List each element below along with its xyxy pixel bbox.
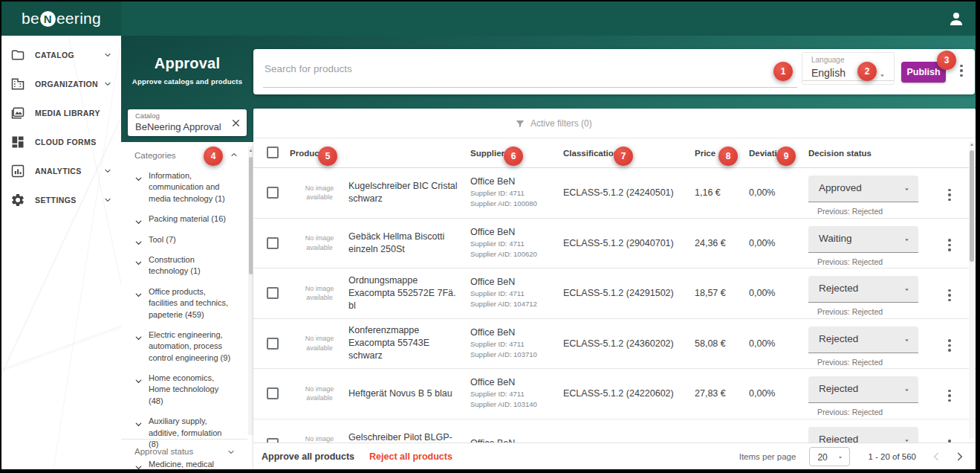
deviation-cell: 0,00% — [749, 268, 794, 318]
chevron-down-icon[interactable] — [134, 332, 143, 340]
supplier-name: Office BeN — [470, 377, 561, 387]
categories-header: Categories — [121, 142, 253, 163]
category-item[interactable]: Construction technology (1) — [121, 250, 253, 282]
column-header-decision-status[interactable]: Decision status — [808, 138, 872, 168]
chevron-down-icon[interactable] — [134, 216, 143, 224]
column-header-product[interactable]: Product — [290, 138, 322, 168]
search-input[interactable] — [263, 57, 783, 80]
decision-status-value: Approved — [819, 182, 862, 193]
row-kebab-menu-icon[interactable] — [944, 288, 955, 303]
product-name[interactable]: Gebäck Hellma Biscotti einzeln 250St — [348, 219, 464, 268]
column-header-classification[interactable]: Classification — [563, 138, 619, 168]
row-kebab-menu-icon[interactable] — [944, 388, 955, 403]
no-image-placeholder: No image available — [294, 268, 345, 318]
row-kebab-menu-icon[interactable] — [944, 338, 955, 353]
chevron-down-icon[interactable] — [134, 418, 143, 426]
chevron-down-icon[interactable] — [134, 257, 143, 265]
decision-status-value: Rejected — [819, 283, 858, 294]
scrollbar-thumb[interactable] — [249, 157, 253, 274]
sidebar-item[interactable]: ORGANIZATION — [1, 69, 121, 98]
product-name[interactable]: Kugelschreiber BIC Cristal schwarz — [348, 168, 464, 218]
chevron-up-icon[interactable] — [230, 149, 238, 158]
table-scrollbar[interactable]: ▲ — [969, 141, 975, 439]
sidebar-item[interactable]: MEDIA LIBRARY — [1, 98, 121, 127]
active-filters-label: Active filters (0) — [530, 118, 592, 129]
toolbar-kebab-menu-icon[interactable] — [956, 63, 967, 78]
user-account-icon[interactable] — [947, 10, 965, 28]
decision-status-select[interactable]: Waiting — [808, 226, 918, 253]
callout-badge-7: 7 — [614, 147, 633, 166]
category-item[interactable]: Information, communication and media tec… — [121, 166, 253, 209]
row-kebab-menu-icon[interactable] — [944, 238, 955, 253]
scroll-up-arrow-icon[interactable]: ▲ — [248, 148, 253, 152]
callout-badge-1: 1 — [773, 62, 793, 81]
classification-cell: ECLASS-5.1.2 (29040701) — [563, 219, 697, 268]
next-page-icon[interactable] — [953, 450, 967, 463]
product-name[interactable]: Konferenzmappe Exacompta 55743E schwarz — [348, 319, 464, 369]
no-image-placeholder: No image available — [294, 168, 345, 218]
supplier-cell: Office BeN Supplier ID: 4711 Supplier AI… — [470, 319, 561, 369]
column-header-price[interactable]: Price — [695, 138, 715, 168]
previous-page-icon[interactable] — [929, 450, 943, 463]
row-checkbox[interactable] — [267, 287, 279, 299]
language-underline — [802, 80, 894, 81]
category-label: Information, communication and media tec… — [149, 170, 231, 205]
chevron-down-icon[interactable] — [134, 236, 143, 245]
decision-status-value: Rejected — [819, 383, 858, 394]
chevron-down-icon — [103, 51, 112, 59]
scrollbar-thumb[interactable] — [970, 150, 974, 262]
decision-status-select[interactable]: Rejected — [808, 276, 918, 303]
app-logo: beNeering — [22, 10, 101, 28]
row-checkbox[interactable] — [267, 338, 279, 350]
sidebar-item[interactable]: CLOUD FORMS — [1, 127, 121, 156]
decision-status-select[interactable]: Rejected — [808, 326, 918, 353]
previous-status-label: Previous: Rejected — [817, 207, 918, 216]
product-name[interactable]: Heftgerät Novus B 5 blau — [348, 369, 464, 419]
approve-all-button[interactable]: Approve all products — [262, 451, 354, 462]
classification-cell: ECLASS-5.1.2 (24360202) — [563, 319, 697, 369]
close-icon[interactable] — [231, 118, 241, 127]
reject-all-button[interactable]: Reject all products — [369, 451, 452, 462]
price-cell: 27,83 € — [695, 369, 741, 419]
active-filters-toggle[interactable]: Active filters (0) — [515, 109, 592, 138]
column-header-supplier[interactable]: Supplier — [470, 138, 504, 168]
chevron-down-icon[interactable] — [134, 375, 143, 383]
supplier-cell: Office BeN Supplier ID: 4711 Supplier AI… — [470, 168, 561, 218]
row-checkbox[interactable] — [267, 387, 279, 399]
language-select[interactable]: Language English — [802, 52, 895, 85]
scroll-up-arrow-icon[interactable]: ▲ — [969, 142, 975, 147]
supplier-aid: Supplier AID: 100620 — [470, 249, 561, 260]
chevron-down-icon — [878, 69, 886, 77]
supplier-cell: Office BeN Supplier ID: 4711 Supplier AI… — [470, 268, 561, 318]
language-label: Language — [811, 56, 845, 64]
select-all-checkbox[interactable] — [267, 147, 279, 158]
approval-status-section[interactable]: Approval status — [121, 439, 247, 464]
products-table-card: Active filters (0) Product Supplier Clas… — [253, 109, 976, 469]
row-checkbox[interactable] — [267, 187, 279, 199]
previous-status-label: Previous: Rejected — [817, 307, 918, 316]
category-item[interactable]: Office products, facilities and technics… — [121, 282, 253, 325]
supplier-id: Supplier ID: 4711 — [470, 239, 561, 249]
chevron-down-icon — [903, 236, 911, 244]
deviation-cell: 0,00% — [749, 168, 794, 218]
chevron-down-icon[interactable] — [134, 289, 143, 297]
product-name[interactable]: Ordnungsmappe Exacompta 552572E 7Fä. bl — [348, 268, 464, 318]
category-item[interactable]: Tool (7) — [121, 230, 253, 250]
row-checkbox[interactable] — [267, 237, 279, 249]
sidebar-item[interactable]: ANALYTICS — [1, 156, 121, 185]
sidebar-item[interactable]: CATALOG — [1, 40, 121, 69]
decision-status-select[interactable]: Approved — [808, 176, 918, 202]
chevron-down-icon[interactable] — [134, 173, 143, 181]
sidebar-item[interactable]: SETTINGS — [1, 185, 121, 214]
decision-status-select[interactable]: Rejected — [808, 376, 918, 403]
row-kebab-menu-icon[interactable] — [944, 187, 955, 202]
categories-scrollbar[interactable]: ▲ — [248, 147, 253, 435]
sidebar-item-label: CLOUD FORMS — [35, 138, 97, 147]
supplier-aid: Supplier AID: 100080 — [470, 199, 561, 209]
cloud-forms-icon — [10, 135, 25, 149]
catalog-filter-chip[interactable]: Catalog BeNeering Approval — [128, 109, 247, 136]
category-item[interactable]: Electric engineering, automation, proces… — [121, 325, 253, 368]
category-item[interactable]: Packing material (16) — [121, 209, 253, 229]
items-per-page-select[interactable]: 20 — [809, 447, 850, 466]
category-item[interactable]: Home economics, Home technolology (48) — [121, 368, 253, 411]
